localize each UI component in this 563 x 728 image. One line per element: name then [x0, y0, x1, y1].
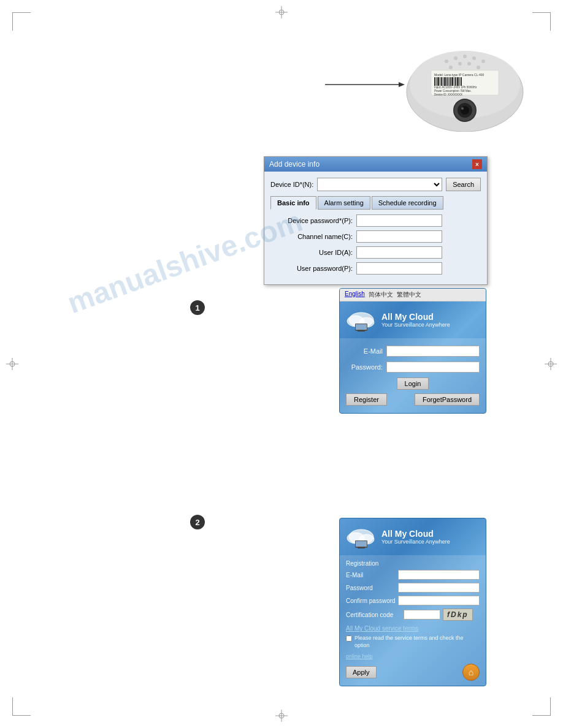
cloud-register-panel: All My Cloud Your Surveillance Anywhere … — [339, 518, 486, 686]
cloud-computer-icon — [346, 308, 377, 332]
lang-traditional[interactable]: 繁體中文 — [397, 290, 421, 299]
online-help-link[interactable]: online help — [346, 653, 373, 659]
svg-rect-37 — [455, 77, 456, 86]
language-bar: English 简体中文 繁體中文 — [340, 289, 486, 301]
reg-confirm-input[interactable] — [398, 596, 480, 605]
svg-rect-33 — [448, 77, 449, 86]
terms-checkbox[interactable] — [346, 635, 352, 642]
svg-rect-29 — [441, 77, 442, 86]
svg-point-19 — [449, 66, 453, 69]
svg-rect-30 — [443, 77, 443, 86]
crosshair-top-icon — [275, 6, 288, 18]
device-password-row: Device password*(P): — [270, 214, 481, 227]
svg-text:Power Consumption: 5W Max.: Power Consumption: 5W Max. — [434, 89, 472, 93]
crosshair-left-icon — [6, 358, 18, 370]
svg-point-18 — [481, 59, 485, 63]
reg-confirm-label: Confirm password — [346, 597, 396, 604]
svg-rect-25 — [434, 77, 435, 86]
reg-email-row: E-Mail — [346, 570, 480, 580]
lang-simplified[interactable]: 简体中文 — [369, 290, 393, 299]
svg-rect-36 — [454, 77, 454, 86]
registration-label-row: Registration — [346, 560, 480, 567]
svg-marker-49 — [399, 82, 405, 87]
captcha-area: fDkp — [404, 609, 473, 621]
online-help-row: online help — [346, 651, 480, 660]
registration-label: Registration — [346, 560, 401, 567]
device-id-select[interactable] — [317, 178, 442, 191]
password-row: Password: — [346, 362, 480, 373]
device-id-label: Device ID*(N): — [270, 181, 313, 188]
register-button[interactable]: Register — [346, 393, 387, 406]
email-label: E-Mail — [346, 347, 383, 355]
email-row: E-Mail — [346, 346, 480, 357]
svg-point-21 — [467, 62, 471, 66]
lang-english[interactable]: English — [345, 290, 365, 299]
dialog-title: Add device info — [269, 160, 320, 169]
register-btn-row: Register ForgetPassword — [346, 393, 480, 406]
terms-link[interactable]: All My Cloud service terms — [346, 625, 418, 632]
device-password-input[interactable] — [356, 214, 442, 227]
cloud-login-panel: English 简体中文 繁體中文 All My Cloud Your Surv… — [339, 288, 486, 414]
apply-row: Apply ⌂ — [346, 664, 480, 681]
label-arrow — [325, 78, 405, 91]
page-corner-tr — [532, 12, 551, 31]
reg-password-input[interactable] — [398, 583, 480, 593]
page-corner-bl — [12, 697, 31, 716]
cloud-register-header: All My Cloud Your Surveillance Anywhere — [340, 518, 486, 555]
svg-text:Model: Lens-type IP Camera CL-: Model: Lens-type IP Camera CL-400 — [434, 73, 484, 77]
checkbox-row: Please read the service terms and check … — [346, 635, 480, 649]
reg-captcha-row: Certification code fDkp — [346, 609, 480, 621]
apply-button[interactable]: Apply — [346, 666, 377, 678]
svg-point-15 — [454, 56, 458, 60]
reg-password-row: Password — [346, 583, 480, 593]
svg-point-46 — [461, 106, 469, 115]
crosshair-right-icon — [545, 358, 557, 370]
dialog-close-button[interactable]: × — [472, 159, 482, 169]
user-password-label: User password(P): — [270, 265, 356, 272]
svg-rect-26 — [436, 77, 437, 86]
user-password-input[interactable] — [356, 262, 442, 275]
svg-rect-28 — [440, 77, 440, 86]
add-device-dialog: Add device info × Device ID*(N): Search … — [264, 156, 488, 285]
checkbox-text: Please read the service terms and check … — [354, 635, 480, 649]
step-1-circle: 1 — [190, 300, 205, 315]
svg-point-17 — [472, 56, 476, 60]
login-button[interactable]: Login — [397, 377, 429, 390]
dialog-body: Device ID*(N): Search Basic info Alarm s… — [264, 172, 487, 284]
svg-rect-39 — [459, 77, 460, 86]
login-password-input[interactable] — [386, 362, 480, 373]
login-password-label: Password: — [346, 363, 383, 371]
svg-rect-35 — [451, 77, 453, 86]
user-id-label: User ID(A): — [270, 249, 356, 256]
user-id-input[interactable] — [356, 246, 442, 259]
channel-name-row: Channel name(C): — [270, 230, 481, 243]
email-input[interactable] — [386, 346, 480, 357]
svg-rect-38 — [457, 77, 459, 86]
reg-password-label: Password — [346, 585, 396, 591]
tab-basic-info[interactable]: Basic info — [270, 196, 316, 210]
svg-point-22 — [477, 66, 480, 69]
reg-email-input[interactable] — [398, 570, 480, 580]
search-button[interactable]: Search — [446, 178, 481, 191]
svg-rect-27 — [437, 77, 439, 86]
svg-rect-55 — [358, 330, 365, 332]
svg-rect-32 — [446, 77, 448, 86]
captcha-input[interactable] — [404, 610, 440, 620]
home-icon[interactable]: ⌂ — [462, 664, 480, 681]
svg-rect-34 — [450, 77, 451, 86]
channel-name-input[interactable] — [356, 230, 442, 243]
page-corner-br — [532, 697, 551, 716]
svg-rect-31 — [444, 77, 446, 86]
login-btn-row: Login — [346, 377, 480, 390]
tab-schedule-recording[interactable]: Schedule recording — [372, 196, 443, 210]
tab-alarm-setting[interactable]: Alarm setting — [318, 196, 370, 210]
svg-text:Input: AC100V~240V 1Ph 50/60Hz: Input: AC100V~240V 1Ph 50/60Hz — [434, 86, 477, 89]
svg-point-20 — [458, 62, 462, 66]
svg-rect-54 — [356, 324, 367, 330]
device-password-label: Device password*(P): — [270, 217, 356, 224]
forget-password-button[interactable]: ForgetPassword — [415, 393, 480, 406]
reg-captcha-label: Certification code — [346, 612, 401, 618]
camera-image: Model: Lens-type IP Camera CL-400 Input:… — [397, 37, 526, 132]
page-corner-tl — [12, 12, 31, 31]
channel-name-label: Channel name(C): — [270, 233, 356, 240]
